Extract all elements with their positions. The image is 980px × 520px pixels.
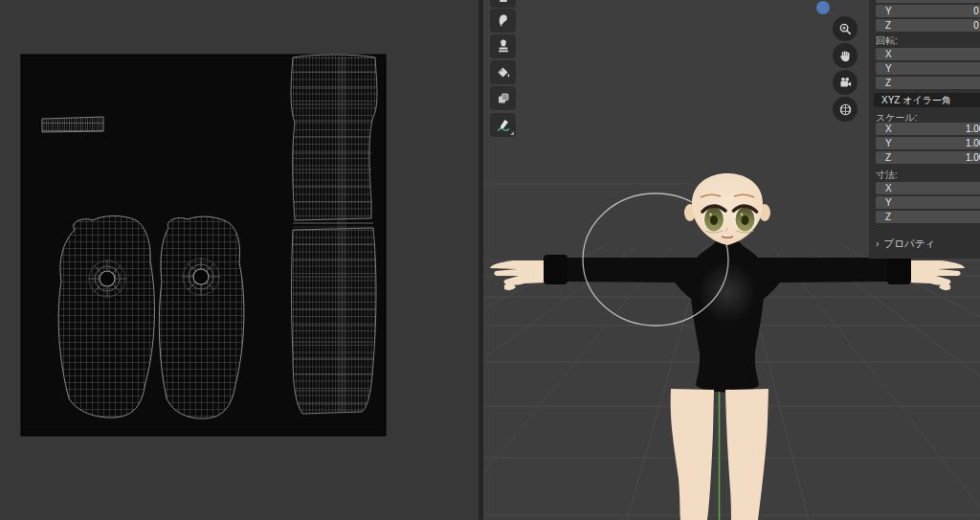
uv-island-compressed-strip <box>42 117 103 132</box>
dimensions-section-label: 寸法: <box>876 169 898 182</box>
character-model[interactable] <box>490 232 965 520</box>
axis-label: Y <box>885 63 892 74</box>
rotation-section-label: 回転: <box>876 34 898 48</box>
properties-collapsed-header[interactable]: ›プロパティ <box>876 237 935 251</box>
axis-label: X <box>885 49 892 59</box>
uv-island-head-left <box>58 216 154 418</box>
uv-island-body-upper <box>291 55 377 220</box>
position-x-row-partial[interactable] <box>876 0 980 3</box>
brush-icon <box>496 13 511 29</box>
nav-axis-ball[interactable] <box>816 1 830 14</box>
right-cuff <box>887 255 911 284</box>
dimension-z-field[interactable]: Z <box>876 211 980 223</box>
dimension-x-field[interactable]: X <box>876 182 980 194</box>
tool-button-clone[interactable] <box>490 34 516 58</box>
field-value: 1.000 <box>966 124 980 134</box>
camera-icon <box>838 76 853 90</box>
chevron-right-icon: › <box>876 237 880 249</box>
position-y-field[interactable]: Y 0 m <box>876 5 980 17</box>
overlap-squares-icon <box>496 91 511 106</box>
axis-label: Y <box>885 6 892 16</box>
axis-label: X <box>885 183 892 193</box>
nav-zoom-button[interactable] <box>833 16 858 41</box>
nav-perspective-button[interactable] <box>833 97 858 122</box>
zoom-in-icon <box>838 22 853 36</box>
uv-editor-pane[interactable] <box>0 0 479 520</box>
right-hand <box>908 260 965 290</box>
rotation-mode-value: XYZ オイラー角 <box>881 94 951 107</box>
field-value: 1.000 <box>966 138 980 148</box>
rotation-z-field[interactable]: Z 0° <box>876 77 980 89</box>
tool-button-fill[interactable] <box>490 60 516 84</box>
axis-label: Y <box>885 197 892 208</box>
scale-x-field[interactable]: X 1.000 <box>876 123 980 135</box>
tool-button-partial[interactable] <box>490 0 516 8</box>
field-value: 0 m <box>973 20 980 31</box>
uv-canvas[interactable] <box>0 0 479 520</box>
tool-group-corner <box>510 131 514 135</box>
position-z-field[interactable]: Z 0 m <box>876 19 980 32</box>
character-head <box>684 173 770 245</box>
axis-label: Z <box>885 152 891 163</box>
rotation-x-field[interactable]: X 0° <box>876 48 980 60</box>
uv-island-head-right <box>159 216 244 418</box>
rotation-y-field[interactable]: Y 0° <box>876 62 980 75</box>
pan-hand-icon <box>838 49 853 63</box>
axis-label: Z <box>885 20 891 31</box>
annotate-pencil-icon <box>496 118 511 133</box>
fill-bucket-icon <box>496 65 511 80</box>
tool-button-draw[interactable] <box>490 9 516 33</box>
dimension-y-field[interactable]: Y <box>876 196 980 209</box>
scale-y-field[interactable]: Y 1.000 <box>876 137 980 149</box>
axis-label: Z <box>885 78 891 88</box>
rotation-mode-dropdown[interactable]: XYZ オイラー角 <box>874 93 980 107</box>
left-cuff <box>544 255 568 284</box>
transform-panel: Y 0 m Z 0 m 回転: X 0° Y 0° Z 0° XYZ オイラー角… <box>869 0 980 259</box>
tool-button-smear[interactable] <box>490 86 516 110</box>
scale-z-field[interactable]: Z 1.000 <box>876 151 980 164</box>
uv-highlight-band <box>337 57 346 412</box>
grid-sphere-icon <box>838 102 853 117</box>
axis-label: Y <box>885 138 892 148</box>
uv-island-body-lower <box>292 228 377 414</box>
nav-pan-button[interactable] <box>833 43 858 68</box>
left-hand <box>490 260 546 290</box>
field-value: 0 m <box>973 6 980 16</box>
tool-button-annotate[interactable] <box>490 113 516 137</box>
nav-camera-button[interactable] <box>833 70 858 95</box>
properties-label: プロパティ <box>884 237 936 249</box>
axis-label: Z <box>885 212 891 222</box>
field-value: 1.000 <box>966 152 980 163</box>
blender-window: Y 0 m Z 0 m 回転: X 0° Y 0° Z 0° XYZ オイラー角… <box>0 0 980 520</box>
stamp-icon <box>496 39 511 55</box>
axis-label: X <box>885 124 892 134</box>
partial-icon <box>500 0 507 2</box>
